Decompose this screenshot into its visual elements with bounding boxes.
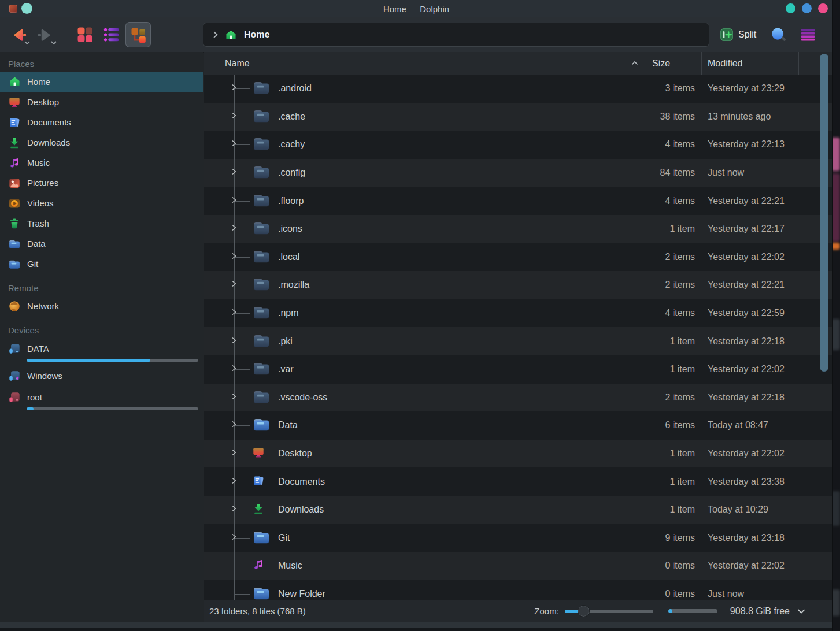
file-name[interactable]: .local <box>278 252 299 262</box>
location-bar[interactable]: Home <box>203 23 709 47</box>
sidebar-item-network[interactable]: Network <box>0 296 203 316</box>
file-row-local[interactable]: .local2 itemsYesterday at 22:02 <box>204 243 832 272</box>
file-row-pki[interactable]: .pki1 itemYesterday at 22:18 <box>204 327 832 355</box>
file-name[interactable]: Git <box>278 533 290 543</box>
breadcrumb-location[interactable]: Home <box>244 29 269 40</box>
expand-chevron-icon[interactable] <box>230 224 238 235</box>
column-header-modified[interactable]: Modified <box>702 52 799 75</box>
file-row-data[interactable]: Data6 itemsToday at 08:47 <box>204 411 832 440</box>
vertical-scrollbar[interactable] <box>820 54 828 372</box>
split-button[interactable]: Split <box>720 28 756 42</box>
sidebar-item-git[interactable]: Git <box>0 254 203 274</box>
sidebar-item-root[interactable]: root <box>0 387 203 414</box>
expand-chevron-icon[interactable] <box>230 308 238 319</box>
free-space-caret-icon[interactable] <box>797 608 806 615</box>
compact-view-button[interactable] <box>99 22 124 47</box>
file-row-desktop[interactable]: Desktop1 itemYesterday at 22:02 <box>204 440 832 468</box>
file-name[interactable]: .cachy <box>278 139 305 150</box>
expand-chevron-icon[interactable] <box>230 448 238 459</box>
file-name[interactable]: .icons <box>278 224 302 234</box>
back-button[interactable] <box>7 22 32 47</box>
expand-chevron-icon[interactable] <box>230 195 238 206</box>
file-name[interactable]: Music <box>278 561 302 571</box>
file-name[interactable]: .android <box>278 83 312 94</box>
zoom-slider-handle[interactable] <box>578 605 590 617</box>
details-view-button[interactable] <box>125 22 151 47</box>
expand-chevron-icon[interactable] <box>230 364 238 375</box>
sidebar-item-downloads[interactable]: Downloads <box>0 132 203 153</box>
column-header-name[interactable]: Name <box>219 52 645 75</box>
file-name[interactable]: .floorp <box>278 196 304 206</box>
file-row-vscode-oss[interactable]: .vscode-oss2 itemsYesterday at 22:18 <box>204 384 832 412</box>
file-row-documents[interactable]: Documents1 itemYesterday at 23:38 <box>204 467 832 496</box>
file-name[interactable]: .vscode-oss <box>278 392 327 403</box>
forward-history-caret-icon[interactable] <box>50 40 57 46</box>
search-icon[interactable] <box>770 27 786 43</box>
file-row-mozilla[interactable]: .mozilla2 itemsYesterday at 22:21 <box>204 271 832 299</box>
file-name[interactable]: .cache <box>278 112 305 122</box>
chevron-right-icon[interactable] <box>212 30 219 39</box>
disk-capacity-bar <box>668 609 717 613</box>
sidebar-item-pictures[interactable]: Pictures <box>0 173 203 193</box>
forward-button[interactable] <box>34 22 59 47</box>
file-row-npm[interactable]: .npm4 itemsYesterday at 22:59 <box>204 299 832 328</box>
sidebar-item-desktop[interactable]: Desktop <box>0 92 203 112</box>
close-button[interactable] <box>818 3 828 13</box>
column-header-size[interactable]: Size <box>645 52 702 75</box>
sidebar-item-documents[interactable]: Documents <box>0 112 203 132</box>
sidebar-item-data[interactable]: DATA <box>0 338 203 365</box>
expand-chevron-icon[interactable] <box>230 83 238 94</box>
file-name[interactable]: Desktop <box>278 448 312 459</box>
expand-chevron-icon[interactable] <box>230 532 238 543</box>
file-name[interactable]: .var <box>278 364 294 374</box>
sidebar-item-videos[interactable]: Videos <box>0 193 203 213</box>
file-name[interactable]: New Folder <box>278 589 325 599</box>
file-row-music[interactable]: Music0 itemsYesterday at 22:02 <box>204 552 832 580</box>
minimize-button[interactable] <box>786 3 795 13</box>
expand-chevron-icon[interactable] <box>230 251 238 262</box>
expand-chevron-icon[interactable] <box>230 476 238 487</box>
home-icon[interactable] <box>225 29 237 41</box>
file-row-cachy[interactable]: .cachy4 itemsYesterday at 22:13 <box>204 131 832 159</box>
sidebar-item-home[interactable]: Home <box>0 72 203 92</box>
hamburger-menu-icon[interactable] <box>800 28 816 42</box>
file-row-new-folder[interactable]: New Folder0 itemsJust now <box>204 580 832 600</box>
expand-chevron-icon[interactable] <box>230 504 238 515</box>
window-title: Home — Dolphin <box>0 4 832 14</box>
expand-chevron-icon[interactable] <box>230 336 238 347</box>
file-row-icons[interactable]: .icons1 itemYesterday at 22:17 <box>204 215 832 243</box>
expand-chevron-icon[interactable] <box>230 111 238 122</box>
sidebar-item-label: Home <box>27 77 50 87</box>
file-name[interactable]: .config <box>278 168 305 178</box>
sidebar-item-label: Videos <box>27 198 54 208</box>
sidebar-item-trash[interactable]: Trash <box>0 213 203 233</box>
file-row-config[interactable]: .config84 itemsJust now <box>204 159 832 187</box>
expand-chevron-icon[interactable] <box>230 168 238 179</box>
sidebar-item-music[interactable]: Music <box>0 153 203 173</box>
file-row-var[interactable]: .var1 itemYesterday at 22:02 <box>204 355 832 384</box>
zoom-slider[interactable] <box>565 605 653 618</box>
file-row-cache[interactable]: .cache38 items13 minutes ago <box>204 103 832 131</box>
file-row-floorp[interactable]: .floorp4 itemsYesterday at 22:21 <box>204 187 832 215</box>
network-icon <box>8 299 21 313</box>
expand-chevron-icon[interactable] <box>230 392 238 403</box>
sidebar-item-data[interactable]: Data <box>0 233 203 254</box>
expand-chevron-icon[interactable] <box>230 139 238 150</box>
file-name[interactable]: .pki <box>278 336 293 347</box>
sort-ascending-icon <box>631 60 639 66</box>
file-name[interactable]: .npm <box>278 308 299 318</box>
file-name[interactable]: .mozilla <box>278 280 309 290</box>
file-name[interactable]: Data <box>278 420 298 430</box>
file-name[interactable]: Downloads <box>278 504 324 515</box>
file-row-git[interactable]: Git9 itemsYesterday at 23:18 <box>204 524 832 552</box>
icons-view-button[interactable] <box>72 22 98 47</box>
file-row-downloads[interactable]: Downloads1 itemToday at 10:29 <box>204 496 832 524</box>
file-row-android[interactable]: .android3 itemsYesterday at 23:29 <box>204 75 832 103</box>
expand-chevron-icon[interactable] <box>230 420 238 431</box>
back-history-caret-icon[interactable] <box>24 40 31 46</box>
expand-chevron-icon[interactable] <box>230 280 238 291</box>
maximize-button[interactable] <box>802 3 812 13</box>
titlebar[interactable]: Home — Dolphin <box>0 0 832 17</box>
sidebar-item-windows[interactable]: Windows <box>0 365 203 387</box>
file-name[interactable]: Documents <box>278 477 325 487</box>
